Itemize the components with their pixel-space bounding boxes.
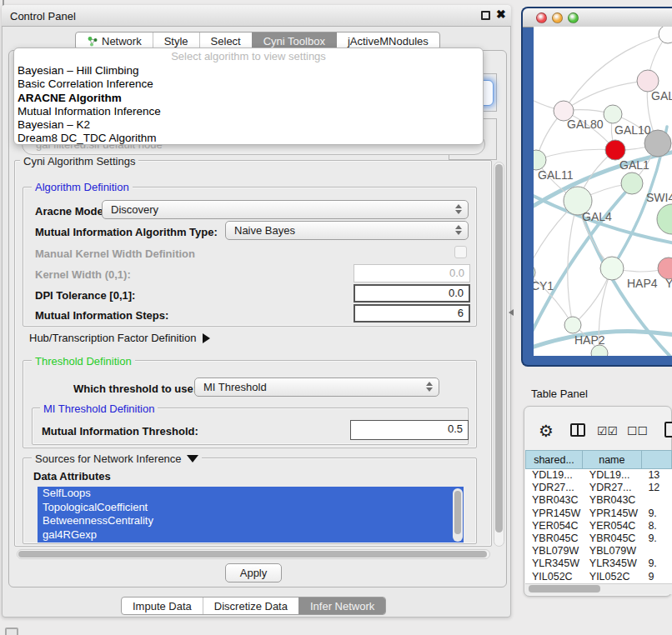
table-row[interactable]: YLR345WYLR345W9. (525, 558, 672, 570)
node-GAL11[interactable] (534, 150, 546, 170)
node-HAP4[interactable] (600, 257, 624, 280)
combo-arrows-icon (426, 382, 433, 392)
dpi-tolerance-field[interactable]: 0.0 (354, 284, 470, 302)
table-row[interactable]: YBL079WYBL079W (525, 545, 672, 558)
table-column-header[interactable]: name (583, 450, 642, 469)
document-icon[interactable] (664, 422, 672, 438)
data-attribute-item[interactable]: BetweennessCentrality (38, 514, 464, 528)
node-top-right[interactable] (659, 27, 672, 43)
bottom-tab-infer-network[interactable]: Infer Network (298, 598, 385, 614)
apply-button[interactable]: Apply (225, 563, 282, 582)
aracne-mode-combobox[interactable]: Discovery (102, 200, 469, 219)
screen: Control Panel ✖ NetworkStyleSelectCyni T… (0, 0, 672, 635)
node-GAL1[interactable] (605, 140, 625, 160)
algorithm-dropdown-popup: Select algorithm to view settings Bayesi… (13, 48, 484, 145)
bottom-tab-discretize-data[interactable]: Discretize Data (203, 598, 298, 614)
threshold-definition-title: Threshold Definition (32, 355, 135, 368)
algorithm-option-aracne-algorithm[interactable]: ARACNE Algorithm (14, 92, 483, 105)
tab-style[interactable]: Style (153, 32, 199, 49)
algorithm-option-bayesian-hill-climbing[interactable]: Bayesian – Hill Climbing (14, 64, 483, 78)
gear-icon[interactable]: ⚙ (539, 421, 554, 441)
table-cell: YDR27... (525, 482, 583, 494)
settings-vscrollbar-thumb[interactable] (495, 164, 503, 532)
network-node-label: HAP2 (574, 333, 605, 347)
mi-steps-field[interactable]: 6 (354, 304, 470, 322)
table-cell: 9. (641, 558, 672, 570)
table-row[interactable]: YER054CYER054C8. (525, 520, 672, 532)
attributes-scrollbar-thumb[interactable] (454, 491, 461, 534)
sources-disclosure[interactable]: Sources for Network Inference (32, 452, 202, 465)
network-view[interactable]: GALGAL80GAL10GAL1GAL11SWI4GAL4HAP4YGCY1H… (534, 27, 672, 356)
algorithm-option-bayesian-k2[interactable]: Bayesian – K2 (14, 118, 483, 132)
node-big-green[interactable] (657, 204, 672, 234)
network-edge[interactable] (564, 81, 648, 111)
node-SWI4[interactable] (621, 172, 643, 194)
select-all-checkboxes-icon[interactable]: ☑☑ (597, 424, 618, 438)
table-hscrollbar-thumb[interactable] (529, 585, 600, 592)
hub-definition-disclosure[interactable]: Hub/Transcription Factor Definition (29, 332, 210, 344)
manual-kernel-checkbox[interactable] (454, 246, 467, 258)
disclosure-collapsed-icon (203, 333, 210, 343)
network-node-label: GAL80 (567, 118, 604, 131)
mac-minimize-button[interactable] (552, 12, 563, 23)
data-attribute-item[interactable]: gal4RGexp (38, 528, 464, 542)
float-window-icon[interactable] (481, 11, 490, 20)
table-cell: 8. (641, 520, 672, 532)
table-cell: YBR043C (525, 494, 583, 507)
table-row[interactable]: YBR045CYBR045C9. (525, 532, 672, 545)
cyni-bottom-tab-bar: Impute DataDiscretize DataInfer Network (121, 597, 386, 615)
close-icon[interactable]: ✖ (496, 8, 506, 21)
mac-zoom-button[interactable] (568, 12, 579, 23)
table-row[interactable]: YIL052CYIL052C9 (525, 571, 672, 583)
bottom-tab-label: Impute Data (133, 600, 192, 612)
tab-jactivemnodules[interactable]: jActiveMNodules (336, 32, 439, 49)
control-panel-titlebar (2, 5, 511, 27)
settings-hscrollbar-thumb[interactable] (18, 551, 487, 558)
kernel-width-field[interactable]: 0.0 (354, 264, 470, 282)
columns-icon[interactable] (570, 423, 585, 437)
tab-select[interactable]: Select (199, 32, 252, 49)
splitter-collapse-arrow[interactable] (509, 309, 514, 316)
table-row[interactable]: YDR27...YDR27...12 (525, 482, 672, 494)
cyni-settings-title: Cyni Algorithm Settings (20, 155, 138, 168)
table-panel-title: Table Panel (531, 388, 588, 400)
table-cell: YPR145W (525, 508, 583, 520)
algorithm-option-dream8-dc-tdc-algorithm[interactable]: Dream8 DC_TDC Algorithm (14, 132, 483, 145)
table-cell: YIL052C (583, 571, 642, 583)
network-node-label: GCY1 (534, 279, 554, 292)
network-edge[interactable] (536, 149, 615, 160)
table-cell: YER054C (525, 520, 583, 532)
aracne-mode-label: Aracne Mode: (35, 205, 107, 218)
tab-network[interactable]: Network (76, 32, 153, 49)
network-node-label: Y (665, 277, 672, 290)
table-cell: YLR345W (583, 558, 642, 570)
data-attribute-item[interactable]: TopologicalCoefficient (38, 501, 464, 515)
table-column-header[interactable]: shared... (525, 450, 583, 469)
deselect-all-checkboxes-icon[interactable]: ☐☐ (627, 424, 648, 438)
mi-type-combobox[interactable]: Naive Bayes (225, 221, 469, 240)
table-cell: YLR345W (525, 558, 583, 570)
mi-threshold-label: Mutual Information Threshold: (42, 425, 198, 438)
table-cell: YDL19... (583, 469, 642, 482)
table-column-header[interactable] (642, 450, 672, 469)
network-node-label: GAL11 (538, 168, 574, 182)
node-HAP2[interactable] (564, 317, 581, 333)
table-row[interactable]: YPR145WYPR145W9. (525, 508, 672, 520)
table-row[interactable]: YDL19...YDL19...13 (525, 469, 672, 482)
algorithm-option-basic-correlation-inference[interactable]: Basic Correlation Inference (14, 78, 483, 91)
tab-cyni-toolbox[interactable]: Cyni Toolbox (252, 32, 336, 49)
network-node-label: GAL10 (614, 123, 651, 137)
table-cell (641, 545, 672, 558)
mi-threshold-field[interactable]: 0.5 (350, 420, 469, 440)
data-attributes-label: Data Attributes (33, 470, 111, 482)
minimized-panel-icon[interactable] (5, 628, 18, 635)
table-row[interactable]: YBR043CYBR043C (525, 494, 672, 507)
algorithm-option-mutual-information-inference[interactable]: Mutual Information Inference (14, 105, 483, 118)
mi-threshold-title: MI Threshold Definition (40, 402, 158, 415)
mac-close-button[interactable] (536, 12, 547, 23)
which-threshold-combobox[interactable]: MI Threshold (194, 378, 439, 397)
data-attribute-item[interactable]: SelfLoops (38, 487, 464, 501)
node-GAL10[interactable] (604, 105, 622, 123)
bottom-tab-impute-data[interactable]: Impute Data (122, 598, 203, 614)
table-cell: YIL052C (525, 571, 583, 583)
